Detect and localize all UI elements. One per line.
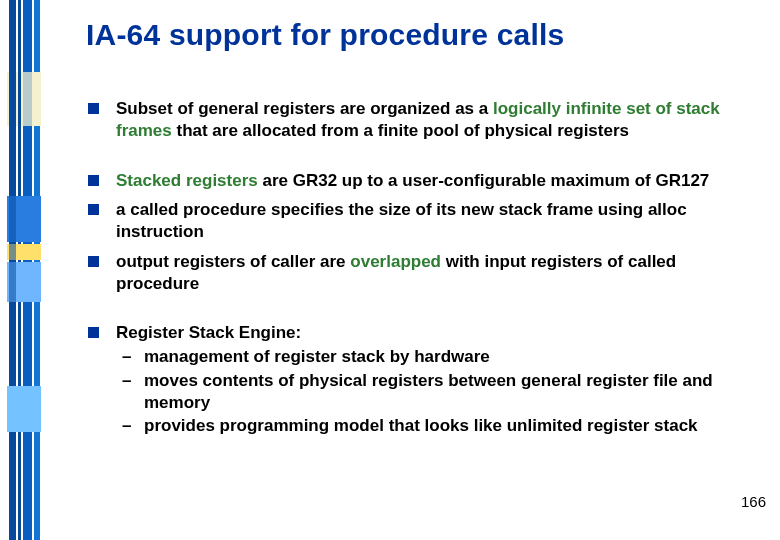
text-run: are GR32 up to a user-configurable maxim… — [258, 171, 710, 190]
sub-item: –management of register stack by hardwar… — [116, 346, 726, 368]
sub-text: management of register stack by hardware — [144, 347, 490, 366]
sub-text: moves contents of physical registers bet… — [144, 371, 713, 412]
square-bullet-icon — [88, 256, 99, 267]
text-run: that are allocated from a finite pool of… — [172, 121, 629, 140]
sub-item: –moves contents of physical registers be… — [116, 370, 726, 414]
accent-text: Stacked registers — [116, 171, 258, 190]
sub-list: –management of register stack by hardwar… — [116, 346, 726, 437]
dash-bullet-icon: – — [122, 370, 131, 392]
svg-rect-9 — [7, 386, 41, 432]
bullet-item: Stacked registers are GR32 up to a user-… — [86, 170, 726, 192]
text-run: Subset of general registers are organize… — [116, 99, 493, 118]
square-bullet-icon — [88, 327, 99, 338]
decor-svg — [0, 0, 52, 540]
dash-bullet-icon: – — [122, 415, 131, 437]
text-run: Register Stack Engine: — [116, 323, 301, 342]
bullet-list: Subset of general registers are organize… — [86, 98, 726, 437]
svg-rect-12 — [9, 196, 16, 302]
bullet-text: Subset of general registers are organize… — [116, 99, 720, 140]
dash-bullet-icon: – — [122, 346, 131, 368]
page-number: 166 — [741, 493, 766, 510]
sub-item: –provides programming model that looks l… — [116, 415, 726, 437]
square-bullet-icon — [88, 204, 99, 215]
slide-title: IA-64 support for procedure calls — [86, 18, 726, 52]
bullet-text: Register Stack Engine: — [116, 323, 301, 342]
bullet-text: Stacked registers are GR32 up to a user-… — [116, 171, 709, 190]
bullet-item: a called procedure specifies the size of… — [86, 199, 726, 243]
content-area: IA-64 support for procedure calls Subset… — [86, 18, 726, 445]
left-decoration — [0, 0, 52, 540]
text-run: a called procedure specifies the size of… — [116, 200, 687, 241]
svg-rect-10 — [18, 72, 21, 126]
square-bullet-icon — [88, 103, 99, 114]
square-bullet-icon — [88, 175, 99, 186]
sub-text: provides programming model that looks li… — [144, 416, 698, 435]
bullet-text: output registers of caller are overlappe… — [116, 252, 676, 293]
svg-rect-11 — [23, 72, 32, 126]
svg-rect-5 — [9, 72, 16, 126]
bullet-item: Register Stack Engine:–management of reg… — [86, 322, 726, 437]
accent-text: overlapped — [350, 252, 441, 271]
text-run: output registers of caller are — [116, 252, 350, 271]
slide: IA-64 support for procedure calls Subset… — [0, 0, 780, 540]
bullet-text: a called procedure specifies the size of… — [116, 200, 687, 241]
bullet-item: output registers of caller are overlappe… — [86, 251, 726, 295]
bullet-item: Subset of general registers are organize… — [86, 98, 726, 142]
